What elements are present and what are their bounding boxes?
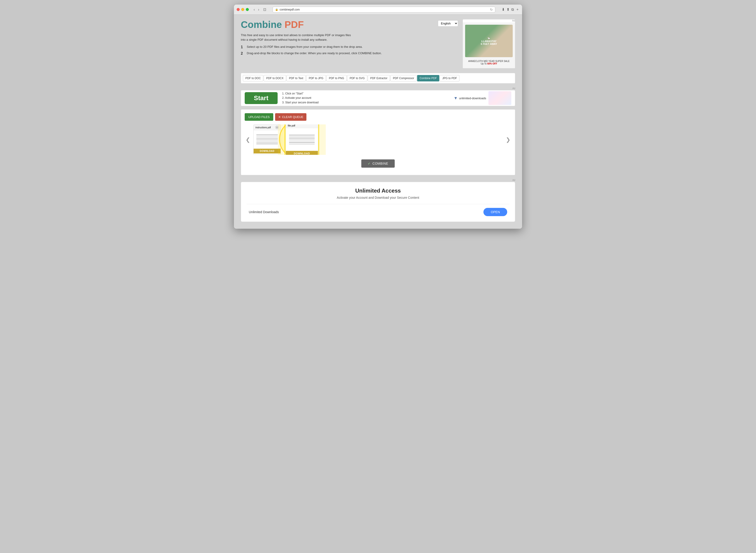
ad-step2: 2. Activate your account (282, 96, 454, 100)
ad-steps-text: 1. Click on "Start" 2. Activate your acc… (282, 91, 454, 105)
combine-label: COMBINE (372, 162, 388, 165)
clear-label: CLEAR QUEUE (282, 115, 303, 119)
preview-line (256, 143, 278, 143)
preview-line (289, 142, 315, 143)
tab-icon[interactable]: ⧉ (511, 8, 514, 12)
preview-line (289, 141, 315, 141)
ad-clothes-promo: ANNIECLOTH MID YEAR SUPER SALE Up To 60%… (465, 59, 513, 66)
lock-icon: 🔒 (275, 8, 278, 11)
file-card-1: instructions.pdf ✕ (253, 125, 281, 155)
ad-bottom-row: Unlimited Downloads OPEN (247, 208, 509, 216)
titlebar-right: ⬇ ⬆ ⧉ ＋ (502, 7, 519, 12)
preview-line (256, 136, 278, 137)
unlimited-icon: ▼ (454, 96, 458, 101)
ad-clothes-text: 🦙LLAMASTAY6 FEET AWAY (481, 37, 497, 45)
page-content: Combine PDF English Français Deutsch Esp… (234, 15, 522, 229)
url-text: combinepdf.com (280, 8, 300, 11)
preview-line (256, 140, 278, 141)
steps-list: 1 Select up to 20 PDF files and images f… (241, 45, 458, 56)
clear-queue-button[interactable]: ✕ CLEAR QUEUE (275, 113, 307, 121)
logo: Combine PDF (241, 19, 304, 30)
combine-check-icon: ✓ (368, 162, 371, 165)
file-card-2-name: file.pdf (288, 125, 295, 127)
step-2-number: 2 (241, 52, 244, 56)
file-card-1-name: instructions.pdf (255, 126, 271, 129)
ad-open-button[interactable]: OPEN (484, 208, 507, 216)
ad-top-content: 🦙LLAMASTAY6 FEET AWAY ANNIECLOTH MID YEA… (463, 22, 515, 68)
tool-pdf-to-text[interactable]: PDF to Text (286, 75, 306, 81)
language-select[interactable]: English Français Deutsch Español (438, 20, 458, 26)
file-card-1-header: instructions.pdf ✕ (254, 125, 280, 130)
step-2: 2 Drag-and-drop file blocks to change th… (241, 52, 458, 56)
ad-step3: 3. Start your secure download (282, 100, 454, 105)
carousel-next-button[interactable]: ❯ (505, 137, 511, 143)
url-bar[interactable]: 🔒 combinepdf.com ↻ (272, 7, 495, 13)
ad-start-button[interactable]: Start (245, 92, 278, 104)
file-card-2-header: file.pdf (286, 125, 318, 128)
preview-line (256, 137, 278, 138)
file-card-1-download-button[interactable]: DOWNLOAD (254, 149, 280, 153)
ad-bottom-label: Ad (241, 179, 515, 181)
combine-section: ✓ COMBINE (245, 159, 511, 168)
step-1-number: 1 (241, 45, 244, 49)
ad-banner-top: Ad 🦙LLAMASTAY6 FEET AWAY ANNIECLOTH MID … (463, 19, 515, 68)
file-card-1-close-button[interactable]: ✕ (275, 126, 279, 129)
preview-line (256, 135, 278, 135)
step-1-text: Select up to 20 PDF files and images fro… (247, 45, 363, 49)
main-upload-area: UPLOAD FILES ✕ CLEAR QUEUE ❮ instruction… (241, 109, 515, 175)
carousel-prev-button[interactable]: ❮ (245, 137, 251, 143)
tool-pdf-to-doc[interactable]: PDF to DOC (243, 75, 263, 81)
tool-pdf-to-docx[interactable]: PDF to DOCX (264, 75, 286, 81)
file-card-1-preview (254, 130, 280, 149)
download-icon[interactable]: ⬇ (502, 7, 505, 12)
tool-nav: PDF to DOC PDF to DOCX PDF to Text PDF t… (241, 73, 515, 83)
unlimited-label: unlimited-downloads (459, 96, 486, 100)
file-preview-2-lines (289, 135, 315, 145)
tool-pdf-compressor[interactable]: PDF Compressor (390, 75, 417, 81)
carousel-items: instructions.pdf ✕ (253, 125, 503, 155)
minimize-button[interactable] (241, 8, 244, 11)
reload-icon[interactable]: ↻ (490, 8, 493, 11)
combine-button[interactable]: ✓ COMBINE (361, 159, 395, 168)
ad-clothes-image: 🦙LLAMASTAY6 FEET AWAY (465, 25, 513, 57)
forward-button[interactable]: › (257, 7, 260, 12)
preview-line (256, 141, 278, 142)
back-button[interactable]: ‹ (252, 7, 256, 12)
preview-line (289, 136, 315, 137)
action-buttons: UPLOAD FILES ✕ CLEAR QUEUE (245, 113, 511, 121)
tool-pdf-to-png[interactable]: PDF to PNG (326, 75, 347, 81)
ad-bottom-title: Unlimited Access (247, 187, 509, 194)
header-left: Combine PDF English Français Deutsch Esp… (241, 19, 458, 58)
tool-jpg-to-pdf[interactable]: JPG to PDF (440, 75, 459, 81)
preview-line (256, 144, 278, 145)
preview-line (256, 139, 278, 139)
traffic-lights (237, 8, 249, 11)
clear-x-icon: ✕ (278, 115, 281, 119)
share-icon[interactable]: ⬆ (507, 7, 509, 12)
preview-line (289, 135, 315, 135)
ad-bottom-subtitle: Activate your Account and Download your … (247, 196, 509, 200)
add-tab-icon[interactable]: ＋ (516, 7, 519, 12)
tool-pdf-to-svg[interactable]: PDF to SVG (347, 75, 367, 81)
file-card-2-preview (286, 128, 318, 151)
tool-pdf-extractor[interactable]: PDF Extractor (368, 75, 390, 81)
logo-combine: Combine (241, 19, 282, 30)
ad-unlimited-downloads-label: Unlimited Downloads (249, 210, 279, 214)
logo-pdf: PDF (282, 19, 304, 30)
preview-line (289, 138, 315, 138)
browser-window: ‹ › ⊡ 🔒 combinepdf.com ↻ ⬇ ⬆ ⧉ ＋ Combine… (234, 5, 522, 229)
file-card-2: file.pdf (285, 125, 318, 155)
sidebar-toggle-button[interactable]: ⊡ (263, 7, 266, 12)
header-row: Combine PDF English Français Deutsch Esp… (241, 19, 515, 68)
titlebar: ‹ › ⊡ 🔒 combinepdf.com ↻ ⬇ ⬆ ⧉ ＋ (234, 5, 522, 15)
close-button[interactable] (237, 8, 240, 11)
file-card-2-download-button[interactable]: DOWNLOAD (286, 151, 318, 155)
tool-combine-pdf[interactable]: Combine PDF (417, 75, 439, 81)
ad-top-label: Ad (463, 19, 515, 22)
upload-files-button[interactable]: UPLOAD FILES (245, 113, 273, 121)
file-card-2-wrapper: file.pdf (283, 125, 320, 155)
maximize-button[interactable] (246, 8, 249, 11)
preview-line (289, 139, 315, 140)
tool-pdf-to-jpg[interactable]: PDF to JPG (306, 75, 326, 81)
description-text: This free and easy to use online tool al… (241, 33, 355, 42)
